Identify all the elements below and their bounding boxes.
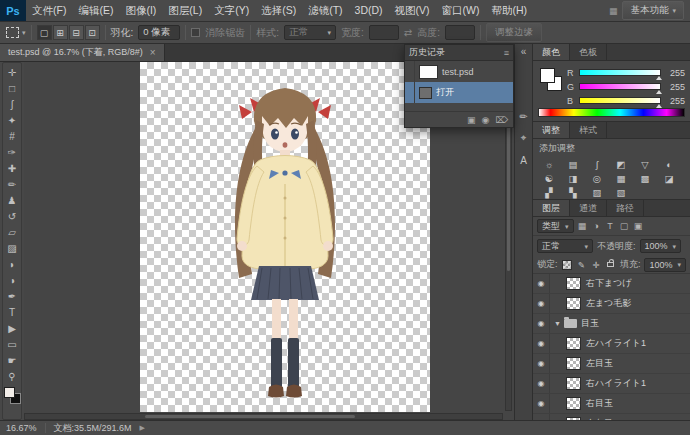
filter-pixel-layers-icon[interactable]: ▦ xyxy=(577,221,588,231)
vertical-scrollbar-thumb[interactable] xyxy=(507,121,510,271)
horizontal-scrollbar[interactable] xyxy=(24,413,503,420)
filter-shape-layers-icon[interactable]: ▢ xyxy=(619,221,630,231)
menu-edit[interactable]: 编辑(E) xyxy=(72,0,119,21)
slider-thumb[interactable] xyxy=(656,76,662,80)
subtract-selection-icon[interactable]: ⊟ xyxy=(69,25,84,40)
color-spectrum-ramp[interactable] xyxy=(538,108,685,117)
history-step-open[interactable]: 打开 xyxy=(405,82,513,103)
intersect-selection-icon[interactable]: ⊡ xyxy=(85,25,100,40)
feather-input[interactable]: 0 像素 xyxy=(138,25,180,40)
blur-tool[interactable]: ◗ xyxy=(3,256,21,272)
eyedropper-tool[interactable]: ✑ xyxy=(3,144,21,160)
layer-thumbnail[interactable] xyxy=(566,377,581,390)
tab-swatches[interactable]: 色板 xyxy=(570,44,607,60)
menu-window[interactable]: 窗口(W) xyxy=(436,0,486,21)
foreground-color-well[interactable] xyxy=(540,68,555,83)
quick-selection-tool[interactable]: ✦ xyxy=(3,112,21,128)
channel-value[interactable]: 255 xyxy=(665,68,685,78)
new-selection-icon[interactable]: ▢ xyxy=(37,25,52,40)
menu-image[interactable]: 图像(I) xyxy=(119,0,162,21)
layer-name[interactable]: 左目玉 xyxy=(586,357,613,370)
layer-name[interactable]: 右目玉 xyxy=(586,397,613,410)
workspace-grid-icon[interactable]: ▦ xyxy=(609,6,618,16)
clone-source-panel-icon[interactable]: ⌖ xyxy=(516,130,532,146)
lasso-tool[interactable]: ʃ xyxy=(3,96,21,112)
new-document-from-state-icon[interactable]: ▣ xyxy=(467,115,476,125)
gradient-tool[interactable]: ▨ xyxy=(3,240,21,256)
dodge-tool[interactable]: ◑ xyxy=(3,272,21,288)
width-input[interactable] xyxy=(369,25,399,40)
visibility-toggle[interactable]: ◉ xyxy=(533,334,550,353)
workspace-switcher-button[interactable]: 基本功能 ▾ xyxy=(622,1,684,20)
curves-adjustment-icon[interactable]: ʃ xyxy=(585,157,609,171)
channel-slider[interactable] xyxy=(579,97,661,104)
new-snapshot-icon[interactable]: ◉ xyxy=(481,115,489,125)
tool-preset-picker[interactable]: ▾ xyxy=(6,27,26,38)
layer-thumbnail[interactable] xyxy=(566,397,581,410)
hand-tool[interactable]: ☛ xyxy=(3,352,21,368)
vibrance-adjustment-icon[interactable]: ▽ xyxy=(633,157,657,171)
filter-smart-objects-icon[interactable]: ▣ xyxy=(633,221,644,231)
style-select[interactable]: 正常 ▾ xyxy=(284,25,336,40)
menu-3d[interactable]: 3D(D) xyxy=(349,0,389,21)
filter-adjustment-layers-icon[interactable]: ◑ xyxy=(591,221,602,231)
menu-filter[interactable]: 滤镜(T) xyxy=(302,0,348,21)
channel-value[interactable]: 255 xyxy=(665,96,685,106)
channel-slider[interactable] xyxy=(579,69,661,76)
menu-file[interactable]: 文件(F) xyxy=(26,0,72,21)
visibility-toggle[interactable]: ◉ xyxy=(533,294,550,313)
spot-healing-brush-tool[interactable]: ✚ xyxy=(3,160,21,176)
hue-saturation-adjustment-icon[interactable]: ◐ xyxy=(657,157,681,171)
visibility-toggle[interactable]: ◉ xyxy=(533,394,550,413)
tab-color[interactable]: 颜色 xyxy=(533,44,570,60)
opacity-select[interactable]: 100% ▾ xyxy=(640,239,682,253)
refine-edge-button[interactable]: 调整边缘 xyxy=(486,23,542,42)
eraser-tool[interactable]: ▱ xyxy=(3,224,21,240)
visibility-toggle[interactable]: ◉ xyxy=(533,374,550,393)
lock-position-icon[interactable]: ✛ xyxy=(591,259,602,271)
history-brush-source-well[interactable] xyxy=(405,82,415,103)
layer-thumbnail[interactable] xyxy=(566,337,581,350)
filter-type-layers-icon[interactable]: T xyxy=(605,221,616,231)
zoom-tool[interactable]: ⚲ xyxy=(3,368,21,384)
fill-select[interactable]: 100% ▾ xyxy=(644,258,686,272)
selective-color-adjustment-icon[interactable]: ▧ xyxy=(609,185,633,199)
tab-channels[interactable]: 通道 xyxy=(570,200,607,216)
slider-thumb[interactable] xyxy=(656,90,662,94)
layer-row[interactable]: ◉ ▼ 左まつ毛影 xyxy=(533,294,690,314)
horizontal-scrollbar-thumb[interactable] xyxy=(145,415,355,418)
clone-stamp-tool[interactable]: ♟ xyxy=(3,192,21,208)
lock-all-icon[interactable] xyxy=(605,259,616,271)
layer-thumbnail[interactable] xyxy=(566,277,581,290)
tab-styles[interactable]: 样式 xyxy=(570,122,607,138)
group-expand-arrow[interactable]: ▼ xyxy=(554,320,561,327)
close-icon[interactable]: × xyxy=(150,48,156,58)
swap-dimensions-icon[interactable]: ⇄ xyxy=(404,27,412,38)
photo-filter-adjustment-icon[interactable]: ◎ xyxy=(585,171,609,185)
history-brush-source-well[interactable] xyxy=(405,61,415,82)
layer-row[interactable]: ◉ ▼ 右下まつげ xyxy=(533,274,690,294)
lock-pixels-icon[interactable]: ✎ xyxy=(576,259,587,271)
brightness-contrast-adjustment-icon[interactable]: ☼ xyxy=(537,157,561,171)
menu-select[interactable]: 选择(S) xyxy=(255,0,302,21)
menu-view[interactable]: 视图(V) xyxy=(389,0,436,21)
channel-slider[interactable] xyxy=(579,83,661,90)
collapse-dock-icon[interactable]: « xyxy=(521,44,527,60)
height-input[interactable] xyxy=(445,25,475,40)
layer-thumbnail[interactable] xyxy=(566,357,581,370)
pen-tool[interactable]: ✒ xyxy=(3,288,21,304)
blend-mode-select[interactable]: 正常 ▾ xyxy=(537,239,593,253)
visibility-toggle[interactable]: ◉ xyxy=(533,314,550,333)
type-tool[interactable]: T xyxy=(3,304,21,320)
brush-tool[interactable]: ✏ xyxy=(3,176,21,192)
color-balance-adjustment-icon[interactable]: ☯ xyxy=(537,171,561,185)
lock-transparent-icon[interactable] xyxy=(562,259,573,271)
tab-paths[interactable]: 路径 xyxy=(607,200,644,216)
levels-adjustment-icon[interactable]: ▤ xyxy=(561,157,585,171)
visibility-toggle[interactable]: ◉ xyxy=(533,354,550,373)
threshold-adjustment-icon[interactable]: ▚ xyxy=(561,185,585,199)
layer-row[interactable]: ◉ ▼ 右ハイライト1 xyxy=(533,374,690,394)
add-selection-icon[interactable]: ⊞ xyxy=(53,25,68,40)
exposure-adjustment-icon[interactable]: ◩ xyxy=(609,157,633,171)
color-swatches-widget[interactable] xyxy=(4,387,21,404)
